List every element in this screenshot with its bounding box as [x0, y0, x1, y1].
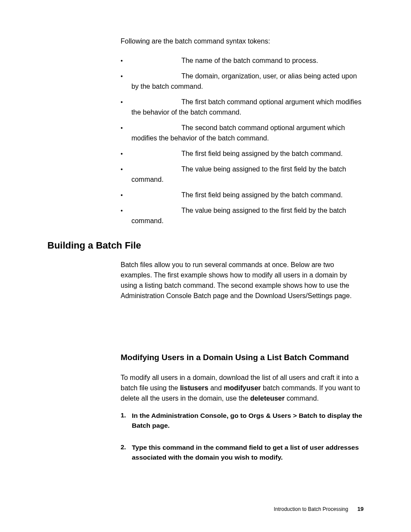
footer-title: Introduction to Batch Processing: [274, 506, 348, 512]
bullet-desc: The first batch command optional argumen…: [131, 98, 361, 116]
bullet-desc: The domain, organization, user, or alias…: [131, 72, 357, 90]
bullet-icon: •: [121, 124, 123, 133]
step-text: Type this command in the command field t…: [132, 442, 364, 463]
bullet-text: The value being assigned to the first fi…: [131, 205, 364, 226]
list-item: • The domain, organization, user, or ali…: [121, 71, 364, 92]
bullet-icon: •: [121, 191, 123, 200]
list-item: • The value being assigned to the first …: [121, 164, 364, 185]
bullet-desc: The value being assigned to the first fi…: [131, 165, 346, 183]
bullet-desc: The first field being assigned by the ba…: [181, 191, 342, 199]
body-paragraph: Batch files allow you to run several com…: [121, 260, 364, 301]
bullet-desc: The value being assigned to the first fi…: [131, 207, 346, 224]
bullet-icon: •: [121, 165, 123, 174]
section-heading-1: Building a Batch File: [47, 240, 364, 251]
list-item: • The first batch command optional argum…: [121, 97, 364, 118]
bullet-desc: The first field being assigned by the ba…: [181, 150, 342, 157]
bullet-text: The name of the batch command to process…: [131, 56, 364, 66]
step-item: 2. Type this command in the command fiel…: [121, 442, 364, 463]
body-paragraph: To modify all users in a domain, downloa…: [121, 373, 364, 404]
text-run: command.: [285, 395, 319, 402]
list-item: • The name of the batch command to proce…: [121, 56, 364, 66]
bullet-desc: The name of the batch command to process…: [181, 57, 318, 64]
list-item: • The second batch command optional argu…: [121, 123, 364, 143]
bullet-text: The first field being assigned by the ba…: [131, 149, 364, 159]
bullet-text: The value being assigned to the first fi…: [131, 164, 364, 185]
token-bullet-list: • The name of the batch command to proce…: [121, 56, 364, 226]
bullet-icon: •: [121, 72, 123, 81]
step-number: 1.: [121, 411, 132, 420]
bullet-text: The first field being assigned by the ba…: [131, 190, 364, 200]
bullet-icon: •: [121, 56, 123, 65]
list-item: • The first field being assigned by the …: [121, 149, 364, 159]
document-page: Following are the batch command syntax t…: [0, 0, 411, 532]
bold-command: listusers: [180, 384, 209, 392]
step-item: 1. In the Administration Console, go to …: [121, 411, 364, 431]
page-footer: Introduction to Batch Processing 19: [274, 506, 364, 512]
bullet-icon: •: [121, 206, 123, 215]
bullet-text: The first batch command optional argumen…: [131, 97, 364, 118]
bullet-desc: The second batch command optional argume…: [131, 124, 345, 142]
intro-paragraph: Following are the batch command syntax t…: [121, 37, 364, 46]
bullet-text: The second batch command optional argume…: [131, 123, 364, 143]
bullet-icon: •: [121, 98, 123, 107]
ordered-steps: 1. In the Administration Console, go to …: [121, 411, 364, 463]
text-run: and: [209, 384, 224, 392]
page-number: 19: [358, 506, 364, 512]
step-number: 2.: [121, 442, 132, 452]
bold-command: deleteuser: [250, 395, 285, 402]
step-text: In the Administration Console, go to Org…: [132, 411, 364, 431]
bullet-icon: •: [121, 149, 123, 159]
list-item: • The first field being assigned by the …: [121, 190, 364, 200]
bullet-text: The domain, organization, user, or alias…: [131, 71, 364, 92]
list-item: • The value being assigned to the first …: [121, 205, 364, 226]
section-heading-2: Modifying Users in a Domain Using a List…: [121, 353, 364, 362]
bold-command: modifyuser: [224, 384, 261, 392]
